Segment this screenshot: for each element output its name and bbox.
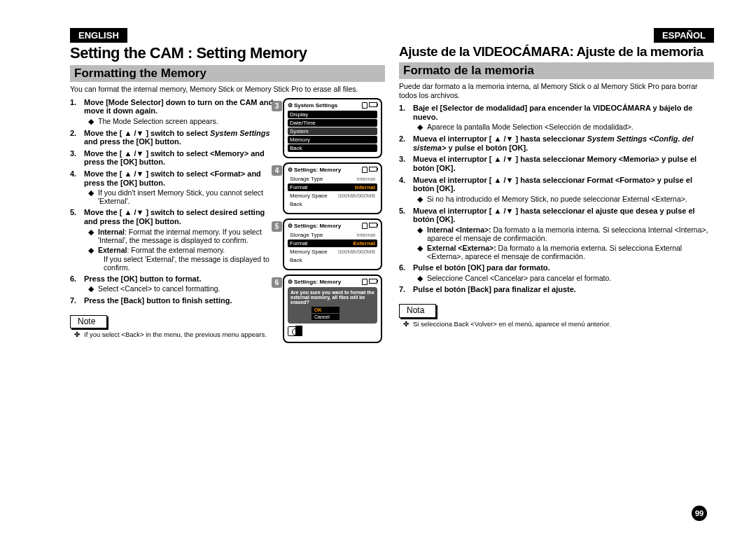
gear-icon: ⚙: [288, 167, 293, 173]
badge-4: 4: [272, 165, 282, 176]
diamond-icon: ◆: [88, 188, 98, 205]
row-format: FormatExternal: [288, 239, 377, 247]
intro-en: You can format the internal memory, Memo…: [70, 85, 385, 94]
subtitle-en: Formatting the Memory: [70, 65, 385, 82]
title-en: Setting the CAM : Setting Memory: [70, 44, 385, 62]
menu-back: Back: [288, 144, 377, 152]
intro-es: Puede dar formato a la memoria interna, …: [399, 82, 714, 99]
disk-icon: [288, 326, 302, 336]
battery-icon: [369, 167, 377, 172]
lang-tab-spanish: ESPAÑOL: [654, 28, 714, 43]
diamond-icon: ◆: [417, 225, 427, 242]
row-storage: Storage TypeInternal: [288, 175, 377, 183]
menu-display: Display: [288, 111, 377, 118]
gear-icon: ⚙: [288, 279, 293, 285]
center-screens: 3 ⚙System Settings Display Date/Time Sys…: [280, 98, 385, 347]
diamond-icon: ◆: [417, 195, 427, 204]
sd-icon: [362, 167, 368, 173]
gear-icon: ⚙: [288, 223, 293, 229]
subtitle-es: Formato de la memoria: [399, 62, 714, 79]
row-back: Back: [288, 200, 377, 208]
row-back: Back: [288, 256, 377, 264]
steps-es: 1. Baje el [Selector de modalidad] para …: [399, 104, 714, 328]
diamond-icon: ◆: [88, 117, 98, 126]
badge-6: 6: [272, 277, 282, 288]
cross-icon: ✤: [403, 321, 413, 328]
menu-system: System: [288, 127, 377, 135]
manual-page: ENGLISH Setting the CAM : Setting Memory…: [0, 0, 756, 535]
spanish-column: ESPAÑOL Ajuste de la VIDEOCÁMARA: Ajuste…: [392, 28, 714, 347]
screen-4: 4 ⚙Settings: Memory Storage TypeInternal…: [283, 162, 382, 214]
diamond-icon: ◆: [417, 274, 427, 283]
screen-5: 5 ⚙Settings: Memory Storage TypeInternal…: [283, 218, 382, 270]
note-box-en: Note: [70, 315, 107, 329]
steps-en: 1. Move [Mode Selector] down to turn on …: [70, 98, 280, 347]
badge-3: 3: [272, 101, 282, 111]
badge-5: 5: [272, 221, 282, 232]
diamond-icon: ◆: [88, 284, 98, 293]
gear-icon: ⚙: [288, 102, 293, 109]
ok-button: OK: [312, 307, 340, 313]
lang-tab-english: ENGLISH: [70, 28, 127, 43]
diamond-icon: ◆: [417, 244, 427, 260]
sd-icon: [362, 102, 368, 109]
menu-datetime: Date/Time: [288, 119, 377, 127]
cancel-button: Cancel: [312, 314, 340, 320]
menu-memory: Memory: [288, 136, 377, 144]
note-box-es: Nota: [399, 304, 436, 318]
confirm-dialog: Are you sure you want to format the exte…: [288, 287, 377, 324]
sd-icon: [362, 279, 368, 285]
row-space: Memory Space000MB/000MB: [288, 248, 377, 256]
english-column: ENGLISH Setting the CAM : Setting Memory…: [70, 28, 392, 347]
page-number: 99: [692, 506, 707, 521]
row-storage: Storage TypeInternal: [288, 231, 377, 239]
screen-6: 6 ⚙Settings: Memory Are you sure you wan…: [283, 275, 382, 343]
row-space: Memory Space000MB/000MB: [288, 192, 377, 200]
battery-icon: [369, 279, 377, 284]
sd-icon: [362, 223, 368, 229]
battery-icon: [369, 223, 377, 228]
cross-icon: ✤: [74, 331, 84, 339]
screen-3: 3 ⚙System Settings Display Date/Time Sys…: [283, 98, 382, 158]
diamond-icon: ◆: [417, 123, 427, 132]
title-es: Ajuste de la VIDEOCÁMARA: Ajuste de la m…: [399, 44, 714, 60]
battery-icon: [369, 102, 377, 107]
row-format: FormatInternal: [288, 183, 377, 191]
diamond-icon: ◆: [88, 246, 98, 255]
diamond-icon: ◆: [88, 228, 98, 244]
